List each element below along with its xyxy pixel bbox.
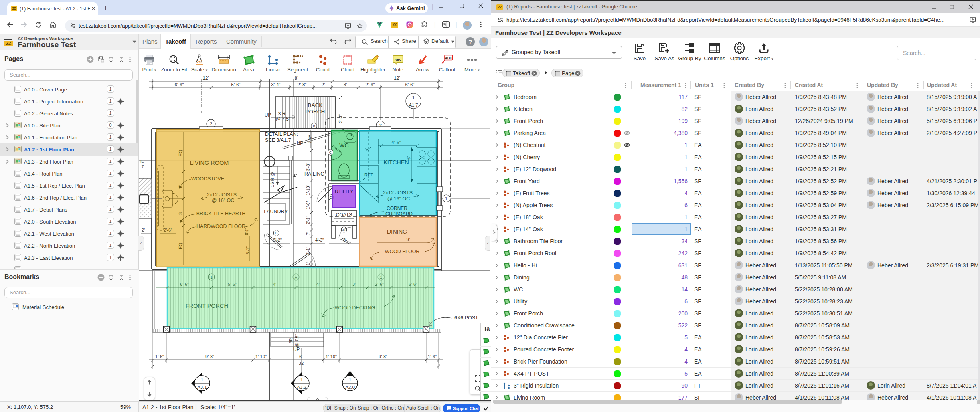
svg-text:3': 3' [178, 185, 183, 188]
svg-text:2'-6": 2'-6" [366, 82, 375, 87]
svg-text:WC: WC [339, 142, 348, 149]
svg-text:3': 3' [344, 82, 347, 87]
svg-text:2': 2' [142, 228, 145, 232]
svg-text:UP: UP [297, 141, 304, 146]
svg-text:ABC: ABC [394, 58, 401, 61]
svg-text:ZZ: ZZ [6, 41, 11, 46]
svg-text:EQ: EQ [178, 150, 183, 156]
svg-text:1'-6": 1'-6" [155, 354, 164, 359]
svg-text:CORNER: CORNER [387, 206, 407, 211]
svg-text:2'-1": 2'-1" [306, 216, 310, 224]
svg-text:4': 4' [273, 282, 276, 287]
svg-text:SEE 3/A1.7: SEE 3/A1.7 [265, 137, 291, 143]
svg-text:2'-8": 2'-8" [298, 82, 307, 87]
svg-text:DETAIL PLAN:: DETAIL PLAN: [265, 131, 298, 137]
svg-text:12': 12' [202, 76, 209, 81]
svg-text:4'-3": 4'-3" [315, 238, 324, 242]
svg-text:2': 2' [322, 82, 325, 87]
svg-text:2: 2 [210, 121, 212, 126]
svg-text:3': 3' [352, 282, 356, 287]
svg-text:2x12 JOISTS: 2x12 JOISTS [207, 192, 237, 198]
svg-text:5'-6": 5'-6" [228, 282, 237, 287]
svg-text:9': 9' [407, 237, 410, 242]
svg-text:ABC: ABC [445, 56, 452, 60]
svg-text:6'-6": 6'-6" [175, 82, 184, 87]
svg-text:A3.2: A3.2 [297, 385, 306, 390]
svg-text:BRICK TILE HEARTH: BRICK TILE HEARTH [196, 211, 246, 216]
svg-text:1'-10": 1'-10" [326, 354, 337, 359]
svg-text:3'-4": 3'-4" [271, 82, 281, 87]
svg-text:.7: .7 [140, 165, 144, 169]
svg-text:@ 16" OC: @ 16" OC [387, 196, 410, 202]
svg-text:C: C [329, 151, 332, 155]
svg-text:2'-6": 2'-6" [375, 282, 384, 287]
svg-text:PORCH: PORCH [306, 109, 325, 115]
svg-text:2'-6": 2'-6" [164, 228, 172, 232]
svg-text:1: 1 [380, 275, 382, 279]
svg-text:WOOD FLOOR: WOOD FLOOR [385, 249, 420, 254]
svg-text:1: 1 [445, 196, 447, 201]
svg-text:9'-8": 9'-8" [205, 354, 214, 359]
svg-text:1'-10": 1'-10" [306, 184, 310, 195]
svg-text:EQ: EQ [178, 243, 183, 249]
svg-text:1'-10": 1'-10" [255, 354, 267, 359]
svg-text:6'-6": 6'-6" [180, 282, 189, 287]
svg-text:2x12 JOISTS: 2x12 JOISTS [383, 190, 413, 196]
svg-text:CUPBOARD: CUPBOARD [385, 211, 413, 217]
svg-text:6': 6' [406, 156, 411, 160]
svg-text:REF: REF [364, 172, 373, 177]
svg-text:A3.1: A3.1 [197, 385, 207, 390]
svg-text:RAILING: RAILING [304, 171, 324, 177]
svg-text:7': 7' [306, 232, 310, 235]
svg-text:1: 1 [300, 377, 303, 382]
svg-text:1'-6": 1'-6" [306, 201, 310, 209]
svg-text:BACK: BACK [308, 102, 323, 108]
svg-text:C: C [330, 196, 332, 200]
svg-text:3'-3": 3'-3" [306, 162, 310, 171]
svg-text:16 R @: 16 R @ [270, 172, 275, 187]
svg-text:@ 7.5": @ 7.5" [294, 334, 299, 347]
svg-text:3 R: 3 R [278, 111, 286, 117]
svg-text:WOOD DECKING: WOOD DECKING [335, 305, 375, 311]
svg-text:KITCHEN: KITCHEN [383, 159, 409, 166]
svg-text:8': 8' [295, 76, 298, 81]
svg-text:3'-3": 3'-3" [338, 114, 343, 123]
svg-text:2'-9": 2'-9" [308, 135, 313, 143]
svg-text:LAUNDRY: LAUNDRY [264, 209, 288, 214]
svg-text:A: A [295, 275, 298, 279]
svg-text:UP: UP [265, 112, 271, 118]
svg-text:6': 6' [299, 354, 302, 359]
svg-text:5'-6": 5'-6" [231, 82, 241, 87]
svg-text:4': 4' [316, 282, 320, 287]
svg-text:LIVING ROOM: LIVING ROOM [190, 160, 229, 166]
svg-text:1: 1 [412, 95, 415, 101]
svg-text:1': 1' [306, 262, 310, 265]
svg-text:6X6 POST: 6X6 POST [454, 315, 478, 321]
svg-text:1: 1 [210, 275, 212, 279]
svg-text:A2.0: A2.0 [345, 385, 355, 390]
svg-text:IL: IL [140, 159, 144, 164]
svg-text:DINING: DINING [387, 228, 407, 235]
svg-text:1'-6": 1'-6" [428, 354, 437, 359]
svg-text:HARDWOOD FLOOR: HARDWOOD FLOOR [196, 224, 245, 229]
svg-text:COATS: COATS [336, 212, 352, 218]
svg-text:8½": 8½" [245, 228, 249, 235]
svg-text:3R: 3R [288, 338, 293, 343]
svg-text:UTILITY: UTILITY [335, 189, 354, 194]
svg-text:A1.7: A1.7 [409, 103, 418, 107]
svg-text:1: 1 [201, 377, 204, 382]
svg-text:3': 3' [178, 212, 183, 215]
svg-text:FRONT PORCH: FRONT PORCH [186, 303, 228, 309]
svg-text:9'-8": 9'-8" [379, 354, 387, 359]
svg-text:B: B [313, 124, 315, 128]
svg-text:@ 7.5": @ 7.5" [276, 116, 290, 122]
svg-text:WOODSTOVE: WOODSTOVE [191, 176, 224, 182]
svg-text:1: 1 [349, 377, 352, 382]
svg-text:6'-6": 6'-6" [405, 82, 415, 87]
svg-text:4'-6": 4'-6" [391, 140, 401, 145]
svg-text:D: D [275, 231, 278, 235]
svg-text:6'-6": 6'-6" [409, 282, 417, 287]
svg-text:@ 16" OC: @ 16" OC [212, 198, 235, 203]
svg-text:12': 12' [394, 76, 400, 81]
svg-text:UP: UP [293, 347, 300, 352]
